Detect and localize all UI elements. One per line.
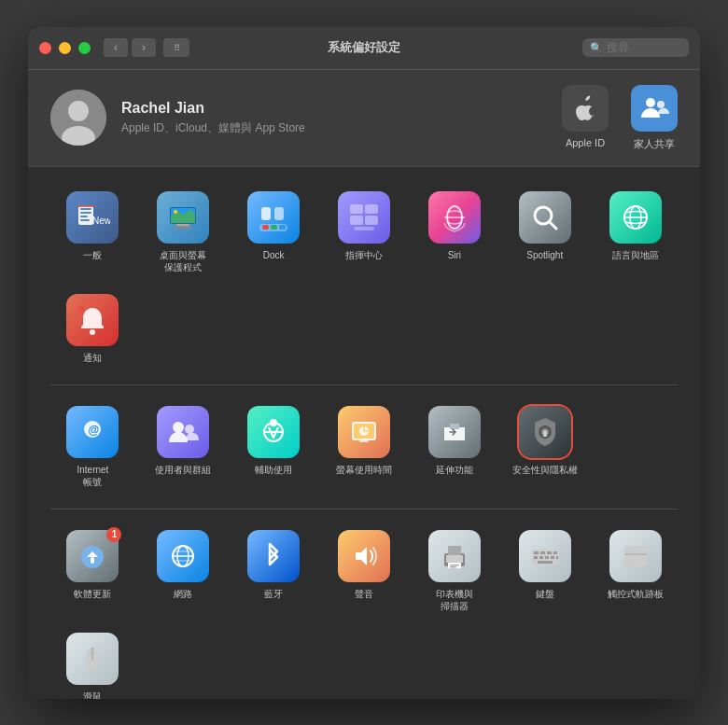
- keyboard-icon-item[interactable]: 鍵盤: [502, 524, 587, 618]
- grid-view-button[interactable]: ⠿: [163, 38, 189, 57]
- svg-rect-55: [91, 557, 94, 564]
- search-box[interactable]: 🔍: [582, 38, 689, 57]
- mission-control-icon: [338, 191, 390, 244]
- svg-point-41: [185, 425, 194, 434]
- search-input[interactable]: [607, 41, 681, 54]
- titlebar: ‹ › ⠿ 系統偏好設定 🔍: [28, 27, 700, 70]
- svg-rect-19: [262, 225, 269, 230]
- svg-rect-70: [547, 551, 552, 554]
- extensions-icon-item[interactable]: 延伸功能: [412, 400, 497, 494]
- svg-rect-73: [539, 556, 543, 559]
- trackpad-icon: [609, 530, 662, 582]
- apple-id-button[interactable]: Apple ID: [562, 85, 609, 151]
- svg-point-40: [173, 422, 184, 433]
- back-button[interactable]: ‹: [104, 38, 128, 57]
- forward-button[interactable]: ›: [132, 38, 156, 57]
- users-groups-label: 使用者與群組: [155, 464, 211, 476]
- notifications-icon: [66, 294, 119, 346]
- close-button[interactable]: [39, 42, 51, 54]
- siri-label: Siri: [448, 249, 461, 261]
- content-area: New File 一般: [28, 167, 700, 699]
- svg-rect-63: [448, 546, 461, 555]
- user-subtitle: Apple ID、iCloud、媒體與 App Store: [121, 120, 562, 136]
- profile-actions: Apple ID 家人共享: [562, 85, 678, 151]
- security-privacy-icon: [519, 406, 571, 458]
- notifications-icon-item[interactable]: 通知: [50, 288, 135, 369]
- svg-rect-6: [80, 208, 91, 210]
- language-icon-item[interactable]: 語言與地區: [593, 186, 678, 279]
- notifications-label: 通知: [83, 352, 102, 364]
- family-sharing-button[interactable]: 家人共享: [631, 85, 678, 151]
- spotlight-label: Spotlight: [526, 249, 563, 261]
- svg-rect-8: [80, 216, 88, 217]
- accessibility-label: 輔助使用: [255, 464, 292, 476]
- dock-icon-item[interactable]: Dock: [231, 186, 316, 279]
- maximize-button[interactable]: [78, 42, 91, 54]
- network-icon-item[interactable]: 網路: [141, 524, 226, 618]
- svg-point-3: [646, 98, 655, 107]
- mission-control-label: 指揮中心: [345, 249, 383, 261]
- svg-point-1: [68, 101, 89, 121]
- svg-rect-62: [446, 555, 463, 563]
- svg-rect-37: [78, 306, 84, 312]
- users-groups-icon: [157, 406, 209, 458]
- svg-rect-7: [80, 212, 91, 214]
- section3-grid: 1 軟體更新 網路: [50, 524, 678, 699]
- sound-label: 聲音: [355, 588, 373, 600]
- avatar[interactable]: [50, 90, 106, 146]
- svg-rect-22: [261, 207, 271, 220]
- internet-accounts-icon-item[interactable]: @ Internet帳號: [50, 400, 135, 494]
- bluetooth-icon-item[interactable]: 藍牙: [231, 524, 316, 618]
- sound-icon: [338, 530, 390, 582]
- general-icon: New File: [66, 191, 119, 244]
- divider2: [50, 509, 678, 509]
- keyboard-icon: [519, 530, 571, 582]
- users-groups-icon-item[interactable]: 使用者與群組: [141, 400, 226, 494]
- software-update-icon-item[interactable]: 1 軟體更新: [50, 524, 135, 618]
- svg-rect-65: [450, 565, 459, 566]
- user-name: Rachel Jian: [121, 100, 562, 117]
- svg-rect-20: [271, 225, 277, 230]
- svg-rect-16: [176, 224, 189, 226]
- svg-rect-28: [354, 227, 374, 230]
- svg-rect-68: [534, 551, 539, 554]
- bluetooth-icon: [247, 530, 300, 582]
- security-privacy-icon-item[interactable]: 安全性與隱私權: [502, 400, 587, 494]
- language-icon: [609, 191, 662, 244]
- svg-rect-26: [350, 216, 363, 225]
- svg-rect-76: [556, 556, 558, 559]
- desktop-label: 桌面與螢幕保護程式: [160, 249, 206, 273]
- software-update-label: 軟體更新: [74, 588, 111, 600]
- trackpad-icon-item[interactable]: 觸控式軌跡板: [593, 524, 678, 618]
- spotlight-icon: [519, 191, 571, 244]
- family-sharing-icon: [631, 85, 678, 132]
- svg-rect-21: [279, 225, 286, 230]
- desktop-icon-item[interactable]: 桌面與螢幕保護程式: [141, 186, 226, 279]
- section1-grid: New File 一般: [50, 186, 678, 369]
- mouse-label: 滑鼠: [83, 690, 102, 699]
- general-label: 一般: [83, 249, 102, 261]
- siri-icon-item[interactable]: Siri: [412, 186, 497, 279]
- screen-time-icon-item[interactable]: 螢幕使用時間: [322, 400, 407, 494]
- mission-control-icon-item[interactable]: 指揮中心: [322, 186, 407, 279]
- svg-rect-66: [450, 566, 456, 568]
- svg-text:File: File: [77, 201, 88, 207]
- svg-rect-53: [543, 432, 547, 437]
- bluetooth-label: 藍牙: [264, 588, 283, 600]
- mouse-icon-item[interactable]: 滑鼠: [50, 627, 135, 699]
- apple-id-label: Apple ID: [566, 137, 605, 148]
- printers-icon-item[interactable]: 印表機與掃描器: [412, 524, 497, 618]
- minimize-button[interactable]: [59, 42, 71, 54]
- svg-rect-78: [624, 546, 647, 566]
- svg-rect-49: [450, 424, 459, 429]
- svg-rect-9: [80, 219, 90, 221]
- siri-icon: [428, 191, 481, 244]
- svg-rect-24: [350, 204, 363, 214]
- general-icon-item[interactable]: New File 一般: [50, 186, 135, 279]
- svg-point-81: [91, 651, 94, 655]
- apple-id-icon: [562, 85, 609, 132]
- sound-icon-item[interactable]: 聲音: [322, 524, 407, 618]
- spotlight-icon-item[interactable]: Spotlight: [502, 186, 587, 279]
- nav-buttons: ‹ › ⠿: [104, 38, 189, 57]
- accessibility-icon-item[interactable]: 輔助使用: [231, 400, 316, 494]
